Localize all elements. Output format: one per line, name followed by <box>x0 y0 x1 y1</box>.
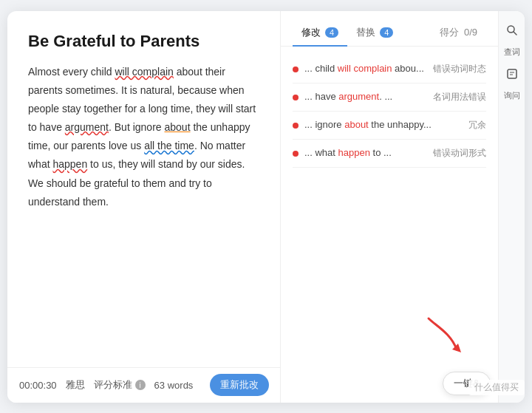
tab-bar: 修改 4 替换 4 得分 0/9 <box>281 11 498 47</box>
correction-dot <box>293 123 299 129</box>
correction-dot <box>293 95 299 100</box>
tab-corrections[interactable]: 修改 4 <box>293 20 347 47</box>
tab-corrections-badge: 4 <box>325 27 338 38</box>
right-panel: 修改 4 替换 4 得分 0/9 ... child will complain… <box>281 11 498 403</box>
correction-type: 名词用法错误 <box>433 91 486 103</box>
correction-type: 错误动词时态 <box>433 63 486 75</box>
correction-item[interactable]: ... have argument. ... 名词用法错误 <box>293 83 486 112</box>
recheck-button[interactable]: 重新批改 <box>210 374 269 396</box>
correction-excerpt: ... ignore about the unhappy... <box>304 119 463 130</box>
error-will-complain: will complain <box>115 66 173 78</box>
main-container: Be Grateful to Parents Almost every chil… <box>7 11 525 403</box>
query-button[interactable] <box>502 64 522 84</box>
bottom-bar: 00:00:30 雅思 评分标准 i 63 words 重新批改 <box>7 367 281 403</box>
score-display: 得分 0/9 <box>431 20 486 45</box>
timer: 00:00:30 <box>19 380 57 391</box>
error-happen: happen <box>52 158 87 170</box>
error-argument: argument <box>65 121 109 133</box>
emphasis-all: all the time <box>144 140 194 151</box>
essay-title: Be Grateful to Parents <box>28 32 259 51</box>
watermark: 什么值得买 <box>468 380 525 395</box>
query-label: 询问 <box>504 90 520 101</box>
correction-highlight: about <box>344 119 369 130</box>
brand-label: 雅思 <box>66 378 85 392</box>
correction-type: 错误动词形式 <box>433 147 486 160</box>
correction-excerpt: ... what happen to ... <box>304 147 427 158</box>
correction-dot <box>293 66 299 72</box>
word-count: 63 words <box>154 380 194 391</box>
correction-highlight: will complain <box>338 63 392 74</box>
correction-item[interactable]: ... ignore about the unhappy... 冗余 <box>293 112 486 140</box>
correction-highlight: argument <box>338 91 379 102</box>
correction-item[interactable]: ... child will complain abou... 错误动词时态 <box>293 55 486 83</box>
correction-highlight: happen <box>338 147 370 158</box>
search-word-button[interactable] <box>502 20 522 41</box>
score-standard: 评分标准 i <box>94 378 146 392</box>
search-word-label: 查词 <box>504 47 520 58</box>
tab-replace-badge: 4 <box>380 27 393 38</box>
tab-replace-label: 替换 <box>356 26 375 39</box>
left-panel: Be Grateful to Parents Almost every chil… <box>7 11 281 403</box>
correction-item[interactable]: ... what happen to ... 错误动词形式 <box>293 140 486 168</box>
correction-dot <box>293 151 299 157</box>
correction-type: 冗余 <box>468 119 486 132</box>
correction-excerpt: ... have argument. ... <box>304 91 427 102</box>
svg-rect-3 <box>508 69 516 78</box>
corrections-list: ... child will complain abou... 错误动词时态 .… <box>281 47 498 403</box>
info-icon[interactable]: i <box>135 380 146 390</box>
essay-body: Almost every child will complain about t… <box>28 63 259 212</box>
correction-excerpt: ... child will complain abou... <box>304 63 427 74</box>
side-tools: 查词 询问 <box>498 11 525 403</box>
svg-line-2 <box>514 32 516 35</box>
tab-replace[interactable]: 替换 4 <box>347 20 402 47</box>
tab-corrections-label: 修改 <box>301 26 321 39</box>
error-about: about <box>164 121 190 133</box>
